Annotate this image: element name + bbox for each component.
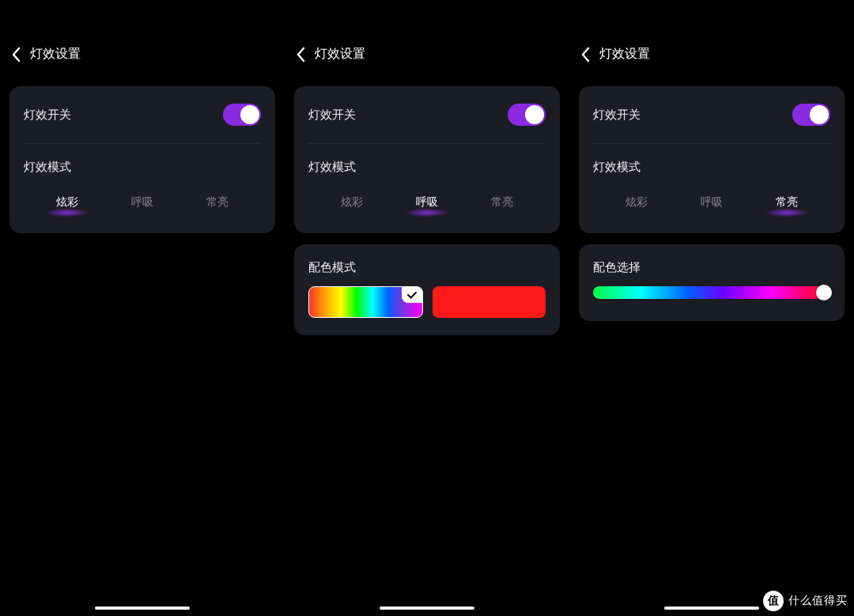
slider-knob[interactable]: [816, 285, 832, 300]
page-title: 灯效设置: [30, 46, 81, 62]
mode-tab-breathe[interactable]: 呼吸: [406, 192, 448, 213]
toggle-knob: [525, 105, 544, 124]
mode-tab-steady[interactable]: 常亮: [482, 192, 523, 213]
mode-tabs: 炫彩 呼吸 常亮: [24, 192, 261, 213]
back-icon[interactable]: [296, 47, 305, 62]
mode-tab-steady[interactable]: 常亮: [197, 192, 238, 213]
back-icon[interactable]: [11, 47, 21, 62]
watermark: 值 什么值得买: [763, 591, 848, 611]
mode-tab-colorful[interactable]: 炫彩: [616, 192, 657, 213]
header: 灯效设置: [0, 33, 285, 75]
toggle-row: 灯效开关: [9, 86, 275, 143]
mode-tabs: 炫彩 呼吸 常亮: [593, 192, 830, 213]
light-toggle[interactable]: [508, 104, 546, 126]
swatch-red[interactable]: [433, 286, 546, 318]
watermark-text: 什么值得买: [788, 594, 848, 608]
mode-tab-breathe[interactable]: 呼吸: [122, 192, 163, 213]
mode-tab-steady[interactable]: 常亮: [766, 192, 807, 213]
color-select-label: 配色选择: [579, 244, 845, 286]
home-indicator[interactable]: [95, 607, 190, 610]
screen-breathe: 灯效设置 灯效开关 灯效模式 炫彩 呼吸 常亮 配色模式: [285, 0, 569, 616]
color-slider[interactable]: [593, 286, 830, 299]
mode-tab-colorful[interactable]: 炫彩: [331, 192, 372, 213]
toggle-label: 灯效开关: [308, 108, 356, 123]
screen-colorful: 灯效设置 灯效开关 灯效模式 炫彩 呼吸 常亮: [0, 0, 285, 616]
home-indicator[interactable]: [380, 607, 474, 610]
home-indicator[interactable]: [664, 607, 759, 610]
back-icon[interactable]: [580, 47, 590, 62]
mode-section: 灯效模式 炫彩 呼吸 常亮: [9, 144, 275, 233]
page-title: 灯效设置: [315, 46, 365, 62]
screen-steady: 灯效设置 灯效开关 灯效模式 炫彩 呼吸 常亮 配色选择: [569, 0, 854, 616]
swatch-rainbow[interactable]: [308, 286, 423, 318]
mode-tabs: 炫彩 呼吸 常亮: [308, 192, 546, 213]
toggle-row: 灯效开关: [579, 86, 845, 143]
toggle-label: 灯效开关: [24, 108, 71, 123]
page-title: 灯效设置: [599, 46, 650, 62]
mode-tab-breathe[interactable]: 呼吸: [691, 192, 732, 213]
header: 灯效设置: [285, 33, 569, 75]
mode-section: 灯效模式 炫彩 呼吸 常亮: [294, 144, 560, 233]
color-slider-wrap: [579, 286, 845, 321]
mode-label: 灯效模式: [593, 160, 830, 175]
mode-label: 灯效模式: [308, 160, 546, 175]
mode-tab-colorful[interactable]: 炫彩: [47, 192, 88, 213]
settings-card: 灯效开关 灯效模式 炫彩 呼吸 常亮: [294, 86, 560, 233]
check-icon: [402, 287, 422, 303]
toggle-knob: [240, 105, 259, 124]
mode-label: 灯效模式: [24, 160, 261, 175]
screens-container: 灯效设置 灯效开关 灯效模式 炫彩 呼吸 常亮: [0, 0, 854, 616]
mode-section: 灯效模式 炫彩 呼吸 常亮: [579, 144, 845, 233]
header: 灯效设置: [569, 33, 854, 75]
toggle-row: 灯效开关: [294, 86, 560, 143]
color-mode-card: 配色模式: [294, 244, 560, 335]
light-toggle[interactable]: [792, 104, 830, 126]
light-toggle[interactable]: [223, 104, 261, 126]
color-swatches: [294, 286, 560, 335]
toggle-label: 灯效开关: [593, 108, 640, 123]
settings-card: 灯效开关 灯效模式 炫彩 呼吸 常亮: [9, 86, 275, 233]
color-select-card: 配色选择: [579, 244, 845, 321]
color-mode-label: 配色模式: [294, 244, 560, 286]
watermark-badge: 值: [763, 591, 784, 611]
toggle-knob: [810, 105, 829, 124]
settings-card: 灯效开关 灯效模式 炫彩 呼吸 常亮: [579, 86, 845, 233]
